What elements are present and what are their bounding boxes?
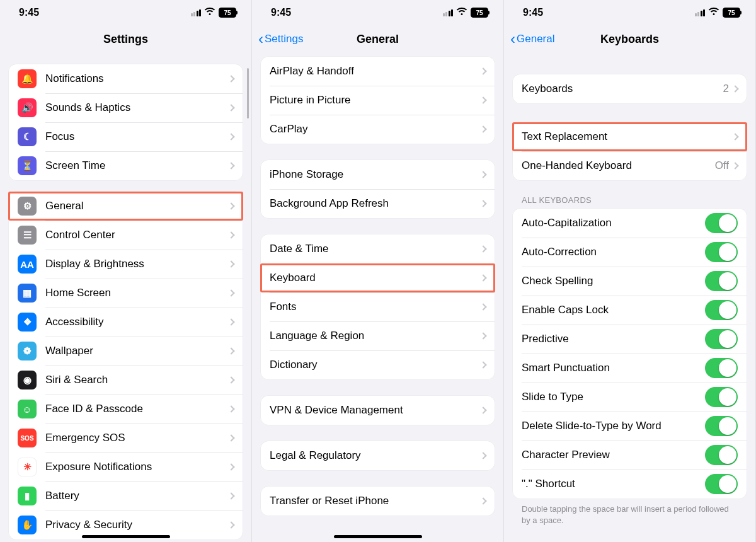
general-row-picture-in-picture[interactable]: Picture in Picture bbox=[261, 86, 495, 115]
settings-row-battery[interactable]: ▮Battery bbox=[9, 481, 243, 510]
row-label: Privacy & Security bbox=[45, 519, 229, 531]
settings-row-sounds-haptics[interactable]: 🔊Sounds & Haptics bbox=[9, 93, 243, 122]
status-bar: 9:45 75 bbox=[252, 0, 503, 25]
keyboards-list[interactable]: Keyboards2Text ReplacementOne-Handed Key… bbox=[504, 53, 755, 542]
home-indicator bbox=[82, 535, 170, 538]
toggle-switch[interactable] bbox=[705, 242, 738, 262]
toggle-switch[interactable] bbox=[705, 387, 738, 407]
keyboards-group: Keyboards2 bbox=[513, 74, 747, 103]
row-label: Siri & Search bbox=[45, 374, 229, 386]
cellular-icon bbox=[695, 9, 706, 16]
settings-row-exposure-notifications[interactable]: ☀Exposure Notifications bbox=[9, 453, 243, 481]
chevron-right-icon bbox=[479, 452, 486, 459]
settings-row-home-screen[interactable]: ▦Home Screen bbox=[9, 279, 243, 308]
general-row-transfer-or-reset-iphone[interactable]: Transfer or Reset iPhone bbox=[261, 487, 495, 516]
chevron-right-icon bbox=[227, 318, 234, 325]
settings-row-display-brightness[interactable]: AADisplay & Brightness bbox=[9, 250, 243, 279]
toggle-switch[interactable] bbox=[705, 358, 738, 378]
general-row-airplay-handoff[interactable]: AirPlay & Handoff bbox=[261, 57, 495, 86]
general-row-dictionary[interactable]: Dictionary bbox=[261, 350, 495, 379]
settings-row-wallpaper[interactable]: ❁Wallpaper bbox=[9, 337, 243, 366]
row-label: Focus bbox=[45, 130, 229, 143]
toggle-switch[interactable] bbox=[705, 445, 738, 465]
row-value: 2 bbox=[723, 83, 729, 95]
settings-row-face-id-passcode[interactable]: ☺Face ID & Passcode bbox=[9, 395, 243, 424]
row-label: Display & Brightness bbox=[45, 258, 229, 270]
navbar-general: ‹ Settings General bbox=[252, 25, 503, 53]
status-time: 9:45 bbox=[271, 7, 291, 18]
row-label: Accessibility bbox=[45, 316, 229, 328]
back-button[interactable]: ‹ Settings bbox=[258, 25, 303, 53]
general-row-fonts[interactable]: Fonts bbox=[261, 292, 495, 321]
chevron-right-icon bbox=[479, 332, 486, 339]
toggle-row-check-spelling: Check Spelling bbox=[513, 267, 747, 296]
settings-row-accessibility[interactable]: ❖Accessibility bbox=[9, 308, 243, 337]
general-row-date-time[interactable]: Date & Time bbox=[261, 234, 495, 263]
settings-group: ⚙General☰Control CenterAADisplay & Brigh… bbox=[9, 192, 243, 539]
chevron-right-icon bbox=[479, 96, 486, 103]
battery-icon: 75 bbox=[723, 8, 740, 18]
chevron-right-icon bbox=[227, 405, 234, 412]
chevron-right-icon bbox=[731, 85, 738, 92]
keyboards-row-text-replacement[interactable]: Text Replacement bbox=[513, 122, 747, 151]
status-right: 75 bbox=[443, 7, 489, 18]
row-label: Exposure Notifications bbox=[45, 461, 229, 473]
back-button[interactable]: ‹ General bbox=[510, 25, 554, 53]
toggle-switch[interactable] bbox=[705, 329, 738, 349]
settings-row-siri-search[interactable]: ◉Siri & Search bbox=[9, 366, 243, 395]
home-indicator bbox=[334, 535, 422, 538]
chevron-right-icon bbox=[479, 125, 486, 132]
pane-general: 9:45 75 ‹ Settings General AirPlay & Han… bbox=[252, 0, 504, 542]
settings-row-control-center[interactable]: ☰Control Center bbox=[9, 221, 243, 250]
chevron-right-icon bbox=[479, 497, 486, 504]
keyboards-row-one-handed-keyboard[interactable]: One-Handed KeyboardOff bbox=[513, 151, 747, 180]
general-row-background-app-refresh[interactable]: Background App Refresh bbox=[261, 189, 495, 218]
toggle-switch[interactable] bbox=[705, 271, 738, 291]
chevron-right-icon bbox=[227, 162, 234, 169]
chevron-right-icon bbox=[479, 407, 486, 413]
speaker-icon: 🔊 bbox=[18, 98, 37, 117]
faceid-icon: ☺ bbox=[18, 400, 37, 418]
nav-title: Keyboards bbox=[600, 33, 659, 46]
chevron-left-icon: ‹ bbox=[258, 32, 263, 47]
general-list[interactable]: AirPlay & HandoffPicture in PictureCarPl… bbox=[252, 53, 503, 542]
settings-row-emergency-sos[interactable]: SOSEmergency SOS bbox=[9, 424, 243, 453]
grid-icon: ▦ bbox=[18, 284, 37, 303]
chevron-right-icon bbox=[479, 303, 486, 310]
exposure-icon: ☀ bbox=[18, 458, 37, 476]
settings-row-screen-time[interactable]: ⏳Screen Time bbox=[9, 151, 243, 180]
settings-row-general[interactable]: ⚙General bbox=[9, 192, 243, 221]
settings-list[interactable]: 🔔Notifications🔊Sounds & Haptics☾Focus⏳Sc… bbox=[0, 53, 251, 542]
toggle-row-slide-to-type: Slide to Type bbox=[513, 383, 747, 412]
keyboards-row-keyboards[interactable]: Keyboards2 bbox=[513, 74, 747, 103]
accessibility-icon: ❖ bbox=[18, 313, 37, 332]
general-row-carplay[interactable]: CarPlay bbox=[261, 115, 495, 144]
settings-row-notifications[interactable]: 🔔Notifications bbox=[9, 64, 243, 93]
hourglass-icon: ⏳ bbox=[18, 156, 37, 175]
toggle-switch[interactable] bbox=[705, 300, 738, 320]
chevron-right-icon bbox=[731, 133, 738, 140]
row-label: CarPlay bbox=[270, 123, 481, 136]
chevron-right-icon bbox=[479, 274, 486, 281]
toggle-row-auto-correction: Auto-Correction bbox=[513, 238, 747, 267]
row-label: Auto-Correction bbox=[522, 246, 705, 258]
row-label: Screen Time bbox=[45, 159, 229, 172]
row-label: Keyboards bbox=[522, 83, 723, 95]
row-label: Auto-Capitalization bbox=[522, 217, 705, 229]
toggle-switch[interactable] bbox=[705, 474, 738, 494]
chevron-right-icon bbox=[227, 133, 234, 140]
general-row-iphone-storage[interactable]: iPhone Storage bbox=[261, 160, 495, 189]
toggle-row--shortcut: "." Shortcut bbox=[513, 470, 747, 499]
toggle-switch[interactable] bbox=[705, 416, 738, 436]
general-row-keyboard[interactable]: Keyboard bbox=[261, 263, 495, 292]
general-row-language-region[interactable]: Language & Region bbox=[261, 321, 495, 350]
toggle-switch[interactable] bbox=[705, 213, 738, 233]
battery-icon: 75 bbox=[219, 8, 236, 18]
toggle-row-auto-capitalization: Auto-Capitalization bbox=[513, 209, 747, 238]
chevron-right-icon bbox=[227, 347, 234, 354]
general-row-vpn-device-management[interactable]: VPN & Device Management bbox=[261, 396, 495, 425]
row-label: Character Preview bbox=[522, 449, 705, 461]
general-row-legal-regulatory[interactable]: Legal & Regulatory bbox=[261, 441, 495, 470]
row-label: Notifications bbox=[45, 72, 229, 85]
settings-row-focus[interactable]: ☾Focus bbox=[9, 122, 243, 151]
